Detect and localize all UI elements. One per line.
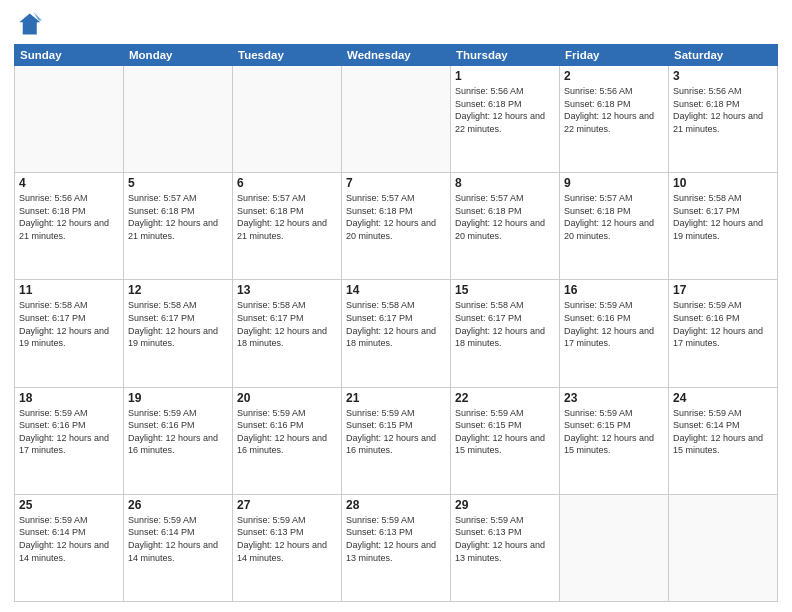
calendar-table: SundayMondayTuesdayWednesdayThursdayFrid… — [14, 44, 778, 602]
day-number: 5 — [128, 176, 228, 190]
week-row-3: 11Sunrise: 5:58 AM Sunset: 6:17 PM Dayli… — [15, 280, 778, 387]
day-number: 25 — [19, 498, 119, 512]
day-info: Sunrise: 5:56 AM Sunset: 6:18 PM Dayligh… — [455, 85, 555, 135]
calendar-cell: 17Sunrise: 5:59 AM Sunset: 6:16 PM Dayli… — [669, 280, 778, 387]
calendar-cell — [342, 66, 451, 173]
day-info: Sunrise: 5:59 AM Sunset: 6:16 PM Dayligh… — [237, 407, 337, 457]
day-number: 2 — [564, 69, 664, 83]
logo-icon — [14, 10, 42, 38]
calendar-cell: 27Sunrise: 5:59 AM Sunset: 6:13 PM Dayli… — [233, 494, 342, 601]
calendar-cell — [15, 66, 124, 173]
day-info: Sunrise: 5:56 AM Sunset: 6:18 PM Dayligh… — [564, 85, 664, 135]
day-info: Sunrise: 5:57 AM Sunset: 6:18 PM Dayligh… — [128, 192, 228, 242]
day-number: 14 — [346, 283, 446, 297]
calendar-cell — [560, 494, 669, 601]
calendar-cell: 3Sunrise: 5:56 AM Sunset: 6:18 PM Daylig… — [669, 66, 778, 173]
day-info: Sunrise: 5:59 AM Sunset: 6:15 PM Dayligh… — [455, 407, 555, 457]
day-number: 1 — [455, 69, 555, 83]
calendar-cell: 15Sunrise: 5:58 AM Sunset: 6:17 PM Dayli… — [451, 280, 560, 387]
day-number: 3 — [673, 69, 773, 83]
day-info: Sunrise: 5:58 AM Sunset: 6:17 PM Dayligh… — [455, 299, 555, 349]
col-header-friday: Friday — [560, 45, 669, 66]
day-info: Sunrise: 5:57 AM Sunset: 6:18 PM Dayligh… — [346, 192, 446, 242]
calendar-cell: 13Sunrise: 5:58 AM Sunset: 6:17 PM Dayli… — [233, 280, 342, 387]
calendar-cell: 18Sunrise: 5:59 AM Sunset: 6:16 PM Dayli… — [15, 387, 124, 494]
day-number: 28 — [346, 498, 446, 512]
day-info: Sunrise: 5:59 AM Sunset: 6:16 PM Dayligh… — [128, 407, 228, 457]
day-number: 17 — [673, 283, 773, 297]
calendar-cell: 23Sunrise: 5:59 AM Sunset: 6:15 PM Dayli… — [560, 387, 669, 494]
day-number: 15 — [455, 283, 555, 297]
day-info: Sunrise: 5:59 AM Sunset: 6:14 PM Dayligh… — [673, 407, 773, 457]
calendar-cell: 6Sunrise: 5:57 AM Sunset: 6:18 PM Daylig… — [233, 173, 342, 280]
day-info: Sunrise: 5:59 AM Sunset: 6:13 PM Dayligh… — [237, 514, 337, 564]
day-info: Sunrise: 5:58 AM Sunset: 6:17 PM Dayligh… — [346, 299, 446, 349]
day-info: Sunrise: 5:57 AM Sunset: 6:18 PM Dayligh… — [455, 192, 555, 242]
week-row-5: 25Sunrise: 5:59 AM Sunset: 6:14 PM Dayli… — [15, 494, 778, 601]
day-number: 20 — [237, 391, 337, 405]
calendar-cell: 10Sunrise: 5:58 AM Sunset: 6:17 PM Dayli… — [669, 173, 778, 280]
day-number: 6 — [237, 176, 337, 190]
day-number: 23 — [564, 391, 664, 405]
week-row-1: 1Sunrise: 5:56 AM Sunset: 6:18 PM Daylig… — [15, 66, 778, 173]
col-header-thursday: Thursday — [451, 45, 560, 66]
logo — [14, 10, 46, 38]
calendar-cell — [233, 66, 342, 173]
day-info: Sunrise: 5:56 AM Sunset: 6:18 PM Dayligh… — [673, 85, 773, 135]
calendar-cell: 26Sunrise: 5:59 AM Sunset: 6:14 PM Dayli… — [124, 494, 233, 601]
day-info: Sunrise: 5:56 AM Sunset: 6:18 PM Dayligh… — [19, 192, 119, 242]
calendar-cell: 25Sunrise: 5:59 AM Sunset: 6:14 PM Dayli… — [15, 494, 124, 601]
calendar-cell: 19Sunrise: 5:59 AM Sunset: 6:16 PM Dayli… — [124, 387, 233, 494]
calendar-cell: 1Sunrise: 5:56 AM Sunset: 6:18 PM Daylig… — [451, 66, 560, 173]
day-number: 18 — [19, 391, 119, 405]
header — [14, 10, 778, 38]
week-row-2: 4Sunrise: 5:56 AM Sunset: 6:18 PM Daylig… — [15, 173, 778, 280]
day-info: Sunrise: 5:59 AM Sunset: 6:15 PM Dayligh… — [346, 407, 446, 457]
day-number: 10 — [673, 176, 773, 190]
calendar-header-row: SundayMondayTuesdayWednesdayThursdayFrid… — [15, 45, 778, 66]
col-header-monday: Monday — [124, 45, 233, 66]
calendar-cell: 7Sunrise: 5:57 AM Sunset: 6:18 PM Daylig… — [342, 173, 451, 280]
day-number: 11 — [19, 283, 119, 297]
calendar-cell: 9Sunrise: 5:57 AM Sunset: 6:18 PM Daylig… — [560, 173, 669, 280]
day-number: 12 — [128, 283, 228, 297]
calendar-cell: 4Sunrise: 5:56 AM Sunset: 6:18 PM Daylig… — [15, 173, 124, 280]
day-info: Sunrise: 5:57 AM Sunset: 6:18 PM Dayligh… — [237, 192, 337, 242]
day-number: 19 — [128, 391, 228, 405]
day-info: Sunrise: 5:59 AM Sunset: 6:13 PM Dayligh… — [346, 514, 446, 564]
calendar-cell: 14Sunrise: 5:58 AM Sunset: 6:17 PM Dayli… — [342, 280, 451, 387]
col-header-wednesday: Wednesday — [342, 45, 451, 66]
col-header-sunday: Sunday — [15, 45, 124, 66]
day-info: Sunrise: 5:59 AM Sunset: 6:14 PM Dayligh… — [19, 514, 119, 564]
day-number: 26 — [128, 498, 228, 512]
day-number: 24 — [673, 391, 773, 405]
day-info: Sunrise: 5:59 AM Sunset: 6:14 PM Dayligh… — [128, 514, 228, 564]
calendar-cell: 5Sunrise: 5:57 AM Sunset: 6:18 PM Daylig… — [124, 173, 233, 280]
calendar-cell: 11Sunrise: 5:58 AM Sunset: 6:17 PM Dayli… — [15, 280, 124, 387]
day-number: 8 — [455, 176, 555, 190]
col-header-saturday: Saturday — [669, 45, 778, 66]
day-number: 27 — [237, 498, 337, 512]
week-row-4: 18Sunrise: 5:59 AM Sunset: 6:16 PM Dayli… — [15, 387, 778, 494]
calendar-cell: 8Sunrise: 5:57 AM Sunset: 6:18 PM Daylig… — [451, 173, 560, 280]
calendar-cell: 29Sunrise: 5:59 AM Sunset: 6:13 PM Dayli… — [451, 494, 560, 601]
day-number: 21 — [346, 391, 446, 405]
calendar-cell: 28Sunrise: 5:59 AM Sunset: 6:13 PM Dayli… — [342, 494, 451, 601]
calendar-cell: 12Sunrise: 5:58 AM Sunset: 6:17 PM Dayli… — [124, 280, 233, 387]
day-info: Sunrise: 5:59 AM Sunset: 6:16 PM Dayligh… — [19, 407, 119, 457]
calendar-cell — [669, 494, 778, 601]
calendar-cell: 2Sunrise: 5:56 AM Sunset: 6:18 PM Daylig… — [560, 66, 669, 173]
day-info: Sunrise: 5:58 AM Sunset: 6:17 PM Dayligh… — [673, 192, 773, 242]
day-number: 7 — [346, 176, 446, 190]
day-info: Sunrise: 5:59 AM Sunset: 6:16 PM Dayligh… — [564, 299, 664, 349]
day-info: Sunrise: 5:58 AM Sunset: 6:17 PM Dayligh… — [237, 299, 337, 349]
calendar-cell: 20Sunrise: 5:59 AM Sunset: 6:16 PM Dayli… — [233, 387, 342, 494]
day-info: Sunrise: 5:58 AM Sunset: 6:17 PM Dayligh… — [19, 299, 119, 349]
day-info: Sunrise: 5:59 AM Sunset: 6:13 PM Dayligh… — [455, 514, 555, 564]
calendar-cell: 22Sunrise: 5:59 AM Sunset: 6:15 PM Dayli… — [451, 387, 560, 494]
day-number: 13 — [237, 283, 337, 297]
calendar-cell: 24Sunrise: 5:59 AM Sunset: 6:14 PM Dayli… — [669, 387, 778, 494]
day-number: 29 — [455, 498, 555, 512]
day-info: Sunrise: 5:59 AM Sunset: 6:16 PM Dayligh… — [673, 299, 773, 349]
col-header-tuesday: Tuesday — [233, 45, 342, 66]
